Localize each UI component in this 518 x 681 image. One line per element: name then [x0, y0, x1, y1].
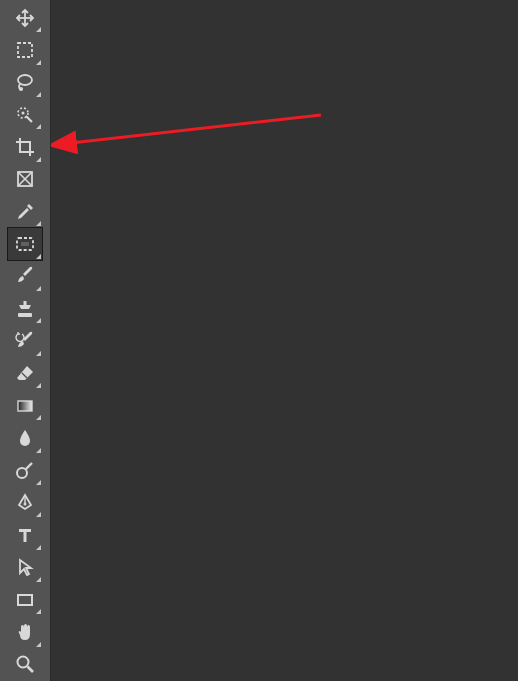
rectangle-icon [15, 590, 35, 610]
flyout-indicator-icon [36, 512, 41, 517]
svg-point-15 [17, 468, 27, 478]
flyout-indicator-icon [36, 480, 41, 485]
clone-stamp-icon [15, 299, 35, 319]
flyout-indicator-icon [36, 577, 41, 582]
flyout-indicator-icon [36, 318, 41, 323]
svg-rect-12 [24, 301, 27, 305]
svg-point-4 [20, 88, 22, 90]
quick-selection-tool[interactable] [8, 99, 42, 130]
pen-icon [15, 493, 35, 513]
flyout-indicator-icon [36, 27, 41, 32]
clone-stamp-tool[interactable] [8, 293, 42, 324]
flyout-indicator-icon [36, 415, 41, 420]
svg-rect-19 [18, 595, 32, 605]
dodge-tool[interactable] [8, 455, 42, 486]
flyout-indicator-icon [36, 221, 41, 226]
zoom-tool[interactable] [8, 649, 42, 680]
blur-tool[interactable] [8, 422, 42, 453]
eraser-icon [15, 363, 35, 383]
eyedropper-tool[interactable] [8, 196, 42, 227]
svg-line-16 [26, 463, 32, 469]
eyedropper-icon [15, 202, 35, 222]
svg-rect-2 [18, 43, 32, 57]
generative-fill-icon [15, 234, 35, 254]
svg-point-6 [22, 111, 25, 114]
zoom-icon [15, 654, 35, 674]
history-brush-icon [15, 331, 35, 351]
path-selection-icon [15, 557, 35, 577]
move-tool[interactable] [8, 2, 42, 33]
generative-fill-tool[interactable] [8, 228, 42, 259]
svg-rect-14 [18, 401, 32, 411]
move-icon [15, 8, 35, 28]
pen-tool[interactable] [8, 487, 42, 518]
type-tool[interactable] [8, 519, 42, 550]
frame-icon [15, 169, 35, 189]
canvas-area[interactable] [51, 0, 518, 681]
flyout-indicator-icon [36, 351, 41, 356]
brush-icon [15, 266, 35, 286]
tools-panel [0, 0, 51, 681]
svg-line-23 [53, 115, 321, 145]
flyout-indicator-icon [36, 545, 41, 550]
flyout-indicator-icon [36, 157, 41, 162]
flyout-indicator-icon [36, 609, 41, 614]
flyout-indicator-icon [36, 124, 41, 129]
flyout-indicator-icon [36, 642, 41, 647]
svg-rect-13 [18, 313, 32, 317]
eraser-tool[interactable] [8, 358, 42, 389]
lasso-icon [15, 72, 35, 92]
annotation-arrow [51, 0, 518, 681]
flyout-indicator-icon [36, 383, 41, 388]
app-root [0, 0, 518, 681]
hand-icon [15, 622, 35, 642]
path-selection-tool[interactable] [8, 552, 42, 583]
crop-icon [15, 137, 35, 157]
svg-line-21 [28, 667, 34, 673]
lasso-tool[interactable] [8, 67, 42, 98]
rectangular-marquee-icon [15, 40, 35, 60]
flyout-indicator-icon [36, 60, 41, 65]
dodge-icon [15, 460, 35, 480]
frame-tool[interactable] [8, 164, 42, 195]
gradient-tool[interactable] [8, 390, 42, 421]
rectangular-marquee-tool[interactable] [8, 34, 42, 65]
flyout-indicator-icon [36, 92, 41, 97]
svg-point-20 [18, 657, 29, 668]
flyout-indicator-icon [36, 448, 41, 453]
svg-point-3 [18, 75, 32, 85]
quick-selection-icon [15, 105, 35, 125]
svg-rect-11 [21, 242, 29, 246]
type-icon [15, 525, 35, 545]
gradient-icon [15, 396, 35, 416]
brush-tool[interactable] [8, 261, 42, 292]
flyout-indicator-icon [36, 286, 41, 291]
blur-icon [15, 428, 35, 448]
rectangle-tool[interactable] [8, 584, 42, 615]
history-brush-tool[interactable] [8, 325, 42, 356]
crop-tool[interactable] [8, 131, 42, 162]
flyout-indicator-icon [36, 254, 41, 259]
hand-tool[interactable] [8, 616, 42, 647]
